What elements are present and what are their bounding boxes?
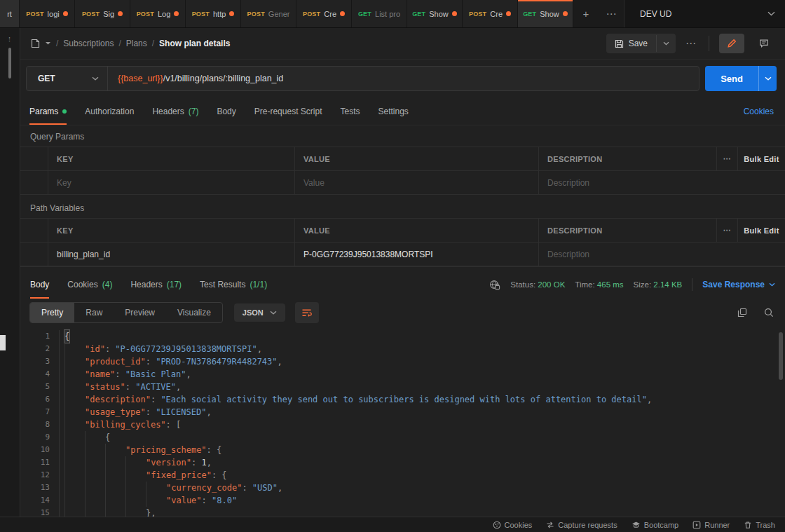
breadcrumb-collection[interactable]: Subscriptions <box>63 39 114 48</box>
response-tab-body[interactable]: Body <box>30 271 49 299</box>
pv-header-value: VALUE <box>294 219 538 242</box>
send-options-button[interactable] <box>758 66 777 91</box>
open-request-tab[interactable]: POSTCre <box>463 0 518 27</box>
open-request-tab[interactable]: POSTSig <box>75 0 130 27</box>
line-number: 10 <box>20 444 60 456</box>
trash-icon <box>744 521 752 529</box>
pv-description-input[interactable] <box>547 250 777 259</box>
code-line: 13"currency_code": "USD", <box>20 482 785 494</box>
format-selector[interactable]: JSON <box>234 303 285 322</box>
open-request-tab[interactable]: POSThttp <box>186 0 241 27</box>
send-button[interactable]: Send <box>705 66 777 91</box>
qp-key-input[interactable] <box>57 178 286 188</box>
tab-options-button[interactable]: ⋯ <box>599 0 624 27</box>
save-button[interactable]: Save <box>606 34 676 53</box>
open-request-tab[interactable]: GETShow <box>407 0 463 27</box>
open-request-tab[interactable]: GETList pro <box>352 0 407 27</box>
qp-value-input[interactable] <box>303 178 530 188</box>
method-label: GET <box>38 74 55 83</box>
copy-response-button[interactable] <box>737 308 747 318</box>
new-tab-button[interactable]: + <box>573 0 599 27</box>
statusbar-cookies[interactable]: Cookies <box>493 521 533 529</box>
code-line: 14"value": "8.0" <box>20 494 785 507</box>
qp-description-input[interactable] <box>547 178 777 188</box>
breadcrumb-folder[interactable]: Plans <box>126 39 147 48</box>
view-mode-pretty[interactable]: Pretty <box>30 303 74 322</box>
cookies-link[interactable]: Cookies <box>744 107 774 116</box>
environment-selector[interactable]: DEV UD <box>624 0 785 27</box>
code-line: 8"billing_cycles": [ <box>20 418 785 431</box>
more-actions-button[interactable]: ⋯ <box>683 37 699 50</box>
request-doc-icon[interactable] <box>30 39 41 48</box>
statusbar-trash[interactable]: Trash <box>744 521 775 529</box>
view-mode-raw[interactable]: Raw <box>74 303 114 322</box>
unsaved-dot-icon <box>340 11 345 16</box>
code-line: 7"usage_type": "LICENSED", <box>20 406 785 418</box>
view-mode-visualize[interactable]: Visualize <box>166 303 222 322</box>
request-section-tab-settings[interactable]: Settings <box>378 97 409 125</box>
statusbar-runner[interactable]: Runner <box>692 521 730 529</box>
search-response-button[interactable] <box>764 308 774 318</box>
code-line: 10"pricing_scheme": { <box>20 444 785 456</box>
status-badge: Status: 200 OK <box>510 280 565 289</box>
view-mode-preview[interactable]: Preview <box>114 303 166 322</box>
unsaved-dot-icon <box>229 11 234 16</box>
request-section-tab-pre-request-script[interactable]: Pre-request Script <box>254 97 322 125</box>
url-input[interactable]: {{base_url}}/v1/billing/plans/:billing_p… <box>108 74 283 83</box>
code-line: 11"version": 1, <box>20 456 785 469</box>
save-options-button[interactable] <box>656 35 676 52</box>
response-tab-test-results[interactable]: Test Results (1/1) <box>200 271 267 299</box>
pv-bulk-edit-button[interactable]: Bulk Edit <box>737 219 785 242</box>
qp-menu-button[interactable]: ⋯ <box>716 147 737 170</box>
network-icon[interactable] <box>489 280 500 290</box>
open-request-tab[interactable]: POSTCre <box>296 0 352 27</box>
collapsed-sidebar: ⁝ <box>0 28 20 517</box>
open-request-tab[interactable]: POSTlogi <box>20 0 75 27</box>
tab-method-label: GET <box>412 11 425 18</box>
sidebar-scrollbar[interactable] <box>8 48 11 79</box>
url-path: /v1/billing/plans/:billing_plan_id <box>163 74 284 83</box>
doc-caret-icon[interactable] <box>45 41 51 46</box>
environment-name: DEV UD <box>640 9 767 19</box>
has-params-dot-icon <box>62 109 67 114</box>
partial-tab[interactable]: rt <box>0 0 20 27</box>
url-variable: {{base_url}} <box>118 74 163 83</box>
open-request-tab[interactable]: POSTLog <box>130 0 186 27</box>
tab-method-label: POST <box>192 11 210 18</box>
request-section-tab-params[interactable]: Params <box>29 97 67 125</box>
request-section-tab-headers[interactable]: Headers (7) <box>152 97 198 125</box>
response-scrollbar[interactable] <box>779 332 783 380</box>
unsaved-dot-icon <box>118 11 123 16</box>
save-response-button[interactable]: Save Response <box>702 280 775 289</box>
sidebar-menu-icon[interactable]: ⁝ <box>0 35 20 44</box>
pv-key-input[interactable] <box>57 250 286 259</box>
query-params-table: KEY VALUE DESCRIPTION ⋯ Bulk Edit <box>20 146 785 195</box>
method-selector[interactable]: GET <box>27 67 108 90</box>
code-line: 12"fixed_price": { <box>20 469 785 482</box>
response-tab-cookies[interactable]: Cookies (4) <box>67 271 112 299</box>
request-section-tab-tests[interactable]: Tests <box>340 97 360 125</box>
edit-mode-button[interactable] <box>719 34 744 53</box>
code-line: 15}, <box>20 507 785 517</box>
wrap-text-button[interactable] <box>295 302 319 323</box>
tab-title: logi <box>48 10 60 18</box>
open-request-tab[interactable]: GETShow <box>518 0 573 27</box>
breadcrumb-request-title: Show plan details <box>159 39 230 48</box>
response-tab-headers[interactable]: Headers (17) <box>130 271 182 299</box>
tab-method-label: POST <box>137 11 154 18</box>
pv-value-input[interactable] <box>303 250 530 259</box>
request-section-tab-authorization[interactable]: Authorization <box>85 97 134 125</box>
statusbar-bootcamp[interactable]: Bootcamp <box>632 521 679 529</box>
request-tabs: ParamsAuthorizationHeaders (7)BodyPre-re… <box>20 97 785 125</box>
line-number: 5 <box>20 381 60 393</box>
tab-title: Gener <box>268 10 290 18</box>
qp-bulk-edit-button[interactable]: Bulk Edit <box>737 147 785 170</box>
statusbar-capture-requests[interactable]: Capture requests <box>546 521 617 529</box>
comments-button[interactable] <box>751 34 777 53</box>
response-body-viewer[interactable]: 1{2"id": "P-0GG77239J95013838MORTSPI",3"… <box>20 327 785 517</box>
open-request-tab[interactable]: POSTGener <box>241 0 296 27</box>
request-section-tab-body[interactable]: Body <box>217 97 235 125</box>
line-number: 6 <box>20 393 60 406</box>
pv-menu-button[interactable]: ⋯ <box>716 219 737 242</box>
tab-title: Sig <box>103 10 114 18</box>
